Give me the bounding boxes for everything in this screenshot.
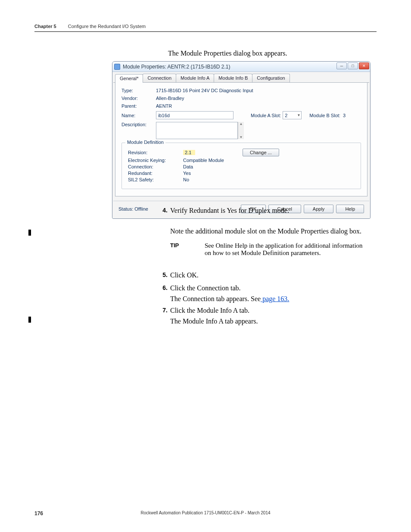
label-module-b-slot: Module B Slot: [309, 113, 340, 118]
tab-connection[interactable]: Connection [143, 74, 176, 82]
tab-module-info-a[interactable]: Module Info A [176, 74, 214, 82]
label-parent: Parent: [121, 103, 156, 109]
step-number: 5. [158, 271, 168, 279]
label-type: Type: [121, 88, 156, 93]
change-bar [28, 317, 31, 323]
window-buttons: ─ □ ✕ [336, 62, 369, 69]
tab-general[interactable]: General* [115, 74, 143, 83]
change-button[interactable]: Change ... [243, 149, 279, 156]
page-footer: 176 Rockwell Automation Publication 1715… [34, 510, 377, 516]
label-revision: Revision: [128, 150, 183, 155]
minimize-button[interactable]: ─ [336, 62, 347, 69]
window-title: Module Properties: AENTR:2 (1715-IB16D 2… [123, 64, 230, 70]
module-info-a-appears: The Module Info A tab appears. [170, 317, 258, 325]
description-scrollbar[interactable]: ▲▼ [238, 122, 244, 139]
value-sil2-safety: No [183, 177, 239, 182]
description-input[interactable] [156, 122, 238, 139]
conn-tab-text: The Connection tab appears. See [170, 295, 261, 302]
value-revision: 2.1 [183, 150, 195, 155]
value-redundant: Yes [183, 171, 239, 176]
label-connection: Connection: [128, 164, 183, 169]
module-properties-dialog: Module Properties: AENTR:2 (1715-IB16D 2… [112, 61, 371, 219]
chapter-title: Configure the Redundant I/O System [68, 24, 146, 29]
dialog-body: General* Connection Module Info A Module… [112, 72, 370, 218]
publication-id: Rockwell Automation Publication 1715-UM0… [34, 510, 377, 515]
page-header: Chapter 5 Configure the Redundant I/O Sy… [34, 24, 377, 32]
status-text: Status: Offline [118, 206, 148, 212]
module-definition-group: Module Definition Revision: 2.1 Change .… [121, 143, 361, 189]
label-vendor: Vendor: [121, 96, 156, 101]
note-additional-slot: Note the additional module slot on the M… [170, 227, 377, 235]
chevron-down-icon: ▼ [297, 113, 300, 117]
tip-label: TIP [170, 242, 187, 257]
general-panel: Type: 1715-IB16D 16 Point 24V DC Diagnos… [115, 83, 367, 196]
caption-dialog-appears: The Module Properties dialog box appears… [168, 50, 287, 57]
step-text: Click the Module Info A tab. [170, 307, 249, 314]
label-sil2-safety: SIL2 Safety: [128, 177, 183, 182]
value-parent: AENTR [156, 103, 172, 109]
step-4: 4. Verify Redundant is Yes for D uplex m… [158, 207, 289, 216]
label-redundant: Redundant: [128, 171, 183, 176]
help-button[interactable]: Help [336, 205, 364, 213]
module-definition-legend: Module Definition [125, 140, 165, 145]
step-6: 6. Click the Connection tab. [158, 284, 241, 294]
step-number: 4. [158, 207, 168, 215]
value-vendor: Allen-Bradley [156, 96, 184, 101]
value-electronic-keying: Compatible Module [183, 158, 239, 163]
step-number: 6. [158, 284, 168, 292]
tip-text: See Online Help in the application for a… [205, 242, 371, 257]
tab-module-info-b[interactable]: Module Info B [214, 74, 252, 82]
connection-tab-appears: The Connection tab appears. See page 163… [170, 295, 289, 303]
maximize-button[interactable]: □ [348, 62, 358, 69]
module-a-slot-select[interactable]: 2 ▼ [283, 111, 302, 119]
tab-row: General* Connection Module Info A Module… [113, 74, 369, 83]
change-bar [28, 230, 31, 236]
label-electronic-keying: Electronic Keying: [128, 158, 183, 163]
tip-block: TIP See Online Help in the application f… [170, 242, 371, 257]
module-a-slot-value: 2 [285, 113, 287, 118]
app-icon [114, 64, 120, 70]
label-description: Description: [121, 122, 156, 127]
close-button[interactable]: ✕ [359, 62, 369, 69]
tab-configuration[interactable]: Configuration [252, 74, 290, 82]
chapter-number: Chapter 5 [34, 24, 56, 29]
value-module-b-slot: 3 [343, 113, 346, 118]
value-type: 1715-IB16D 16 Point 24V DC Diagnostic In… [156, 88, 253, 93]
step-number: 7. [158, 307, 168, 314]
step-5: 5. Click OK. [158, 271, 199, 281]
step-text: Click the Connection tab. [170, 284, 241, 292]
label-module-a-slot: Module A Slot: [251, 113, 281, 118]
page-163-link[interactable]: page 163. [261, 295, 289, 302]
step-text: Click OK. [170, 271, 199, 279]
label-name: Name: [121, 113, 156, 118]
step-text: Verify Redundant is Yes for D uplex mode… [170, 207, 289, 215]
apply-button[interactable]: Apply [304, 205, 334, 213]
titlebar[interactable]: Module Properties: AENTR:2 (1715-IB16D 2… [112, 62, 370, 72]
value-connection: Data [183, 164, 239, 169]
step-7: 7. Click the Module Info A tab. [158, 307, 249, 316]
name-input[interactable] [156, 111, 234, 119]
